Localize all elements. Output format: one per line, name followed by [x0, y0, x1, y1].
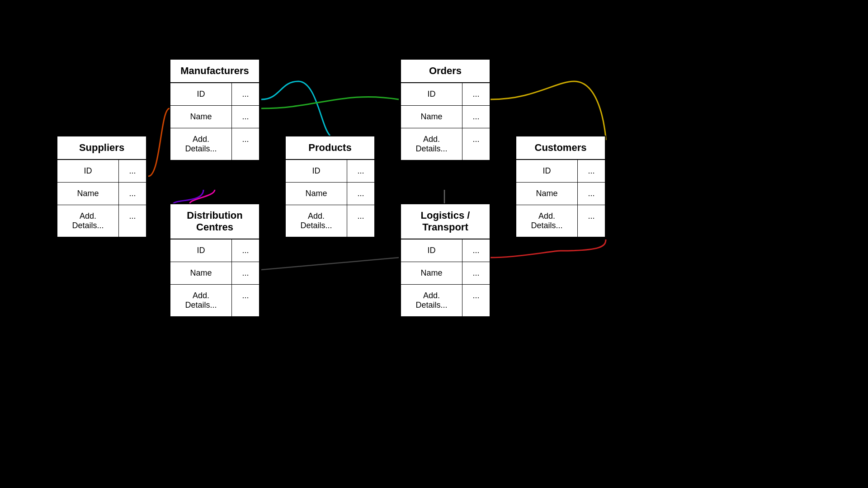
manufacturers-table: Manufacturers ID ... Name ... Add. Detai…: [170, 59, 260, 161]
dc-row-details: Add. Details... ...: [170, 285, 259, 316]
distribution-centres-title: Distribution Centres: [170, 204, 259, 239]
products-row-name: Name ...: [286, 183, 374, 205]
products-table: Products ID ... Name ... Add. Details...…: [285, 136, 375, 238]
orders-row-id: ID ...: [401, 83, 490, 106]
logistics-row-details: Add. Details... ...: [401, 285, 490, 316]
products-title: Products: [286, 136, 374, 160]
dc-row-name: Name ...: [170, 262, 259, 285]
orders-title: Orders: [401, 60, 490, 83]
customers-row-id: ID ...: [516, 160, 605, 183]
manufacturers-row-name: Name ...: [170, 106, 259, 128]
suppliers-row-id: ID ...: [57, 160, 146, 183]
diagram-container: Manufacturers ID ... Name ... Add. Detai…: [0, 0, 868, 488]
suppliers-row-details: Add. Details... ...: [57, 205, 146, 237]
customers-title: Customers: [516, 136, 605, 160]
products-row-id: ID ...: [286, 160, 374, 183]
orders-row-details: Add. Details... ...: [401, 128, 490, 160]
manufacturers-title: Manufacturers: [170, 60, 259, 83]
distribution-centres-table: Distribution Centres ID ... Name ... Add…: [170, 203, 260, 317]
orders-table: Orders ID ... Name ... Add. Details... .…: [400, 59, 491, 161]
logistics-row-name: Name ...: [401, 262, 490, 285]
customers-row-details: Add. Details... ...: [516, 205, 605, 237]
suppliers-table: Suppliers ID ... Name ... Add. Details..…: [57, 136, 147, 238]
manufacturers-row-id: ID ...: [170, 83, 259, 106]
logistics-row-id: ID ...: [401, 239, 490, 262]
logistics-title: Logistics / Transport: [401, 204, 490, 239]
manufacturers-row-details: Add. Details... ...: [170, 128, 259, 160]
products-row-details: Add. Details... ...: [286, 205, 374, 237]
customers-table: Customers ID ... Name ... Add. Details..…: [515, 136, 606, 238]
suppliers-row-name: Name ...: [57, 183, 146, 205]
dc-row-id: ID ...: [170, 239, 259, 262]
orders-row-name: Name ...: [401, 106, 490, 128]
logistics-table: Logistics / Transport ID ... Name ... Ad…: [400, 203, 491, 317]
suppliers-title: Suppliers: [57, 136, 146, 160]
customers-row-name: Name ...: [516, 183, 605, 205]
